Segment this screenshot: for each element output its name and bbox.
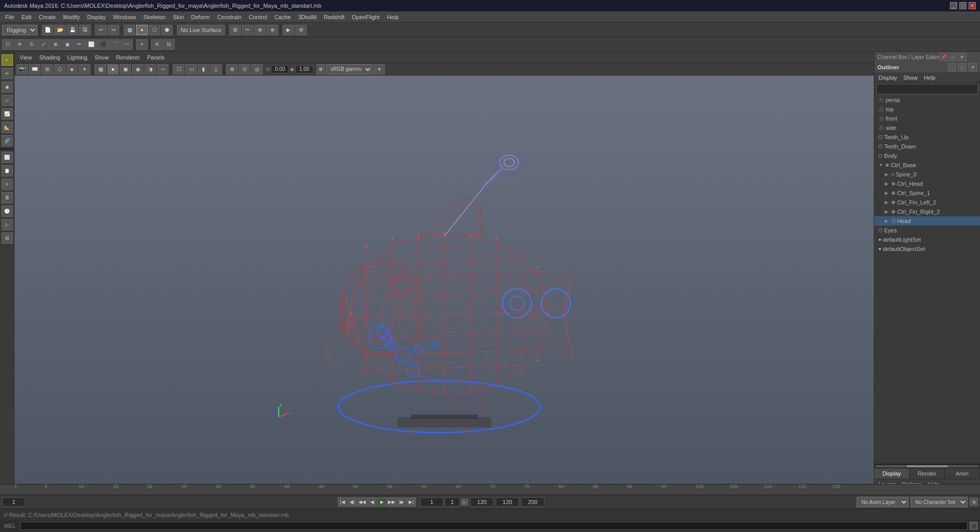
step-forward-button[interactable]: |▶ [397, 497, 406, 507]
menu-skin[interactable]: Skin [170, 13, 187, 21]
range-start-input[interactable] [420, 497, 443, 507]
sine-button[interactable]: 〰 [121, 39, 133, 50]
menu-3dtoall[interactable]: 3DtoAll [295, 13, 319, 21]
outliner-item-default-light-set[interactable]: ● defaultLightSet [874, 235, 980, 244]
outliner-item-ctrl-base[interactable]: ▼ ⊕ Ctrl_Base [874, 160, 980, 170]
menu-create[interactable]: Create [36, 13, 59, 21]
vp-grid-button[interactable]: ⊞ [41, 64, 53, 75]
vp-menu-renderer[interactable]: Renderer [113, 53, 143, 62]
menu-modify[interactable]: Modify [60, 13, 83, 21]
sculpt-button[interactable]: ◉ [2, 81, 13, 93]
anim-prefs-button[interactable]: ⚙ [970, 498, 978, 506]
vp-motion-blur-button[interactable]: ⊸ [157, 64, 168, 75]
viewport-canvas[interactable]: x y z persp Symmetry: Off Soft Select: O… [15, 76, 874, 521]
menu-windows[interactable]: Windows [110, 13, 139, 21]
measure-button[interactable]: 📐 [2, 122, 13, 133]
outliner-item-body[interactable]: ⬡ Body [874, 151, 980, 160]
gamma-input[interactable] [295, 65, 313, 73]
save-scene-as-button[interactable]: 🖫 [79, 25, 91, 35]
playback-end-input[interactable] [496, 497, 519, 507]
cross-icon-button[interactable]: ✕ [151, 39, 163, 50]
menu-control[interactable]: Control [246, 13, 270, 21]
select-by-hierarchy-button[interactable]: ▦ [124, 25, 135, 35]
menu-redshift[interactable]: Redshift [321, 13, 348, 21]
shape-button[interactable]: ▱ [2, 95, 13, 106]
vp-resolution-button[interactable]: ▮ [198, 64, 209, 75]
history-button[interactable]: 🕐 [2, 205, 13, 217]
menu-file[interactable]: File [2, 13, 18, 21]
menu-constrain[interactable]: Constrain [214, 13, 244, 21]
range-end-frame-input[interactable] [470, 497, 494, 507]
quad-layout-button[interactable]: ⊞ [2, 232, 13, 244]
vp-wireframe-button[interactable]: ⬡ [54, 64, 65, 75]
outliner-item-persp[interactable]: 🎥 persp [874, 95, 980, 105]
outliner-scrollbar[interactable] [874, 464, 980, 468]
outliner-item-front[interactable]: 🎥 front [874, 114, 980, 123]
outliner-item-teeth-up[interactable]: ⬡ Teeth_Up [874, 132, 980, 142]
snap-curve-button[interactable]: 〜 [242, 25, 253, 35]
anim-layer-dropdown[interactable]: No Anim Layer [857, 497, 909, 507]
next-key-button[interactable]: ▶▶ [387, 497, 396, 507]
menu-openflight[interactable]: OpenFlight [349, 13, 383, 21]
outliner-item-ctrl-fin-left-2[interactable]: ▶ ⊕ Ctrl_Fin_Left_2 [874, 198, 980, 207]
current-frame-input[interactable] [2, 497, 25, 507]
channel-box-expand-button[interactable]: □ [949, 53, 957, 61]
vp-filmgate-button[interactable]: ▭ [185, 64, 197, 75]
prev-key-button[interactable]: ◀◀ [357, 497, 367, 507]
vp-shaded-button[interactable]: ● [107, 64, 119, 75]
snap-grid-button[interactable]: ⊞ [229, 25, 241, 35]
select-tool-button[interactable]: ⬡ [2, 39, 13, 50]
menu-deform[interactable]: Deform [188, 13, 213, 21]
skip-to-start-button[interactable]: |◀ [338, 497, 347, 507]
outliner-item-top[interactable]: 🎥 top [874, 105, 980, 114]
render-settings-button[interactable]: ⚙ [295, 25, 307, 35]
snap-together-button[interactable]: ⊟ [163, 39, 175, 50]
outliner-close-button[interactable]: ✕ [969, 63, 977, 71]
tab-display[interactable]: Display [874, 468, 910, 479]
script-button[interactable]: ▷ [2, 219, 13, 230]
render-region-button[interactable]: ⬜ [2, 152, 13, 163]
step-back-button[interactable]: ◀| [348, 497, 357, 507]
viewport[interactable]: View Shading Lighting Show Renderer Pane… [15, 52, 874, 532]
move-tool-button[interactable]: ✛ [14, 39, 25, 50]
outliner-menu-display[interactable]: Display [876, 74, 899, 81]
outliner-item-side[interactable]: 🎥 side [874, 123, 980, 132]
vp-menu-show[interactable]: Show [92, 53, 112, 62]
menu-display[interactable]: Display [84, 13, 109, 21]
play-forward-button[interactable]: ▶ [377, 497, 386, 507]
menu-skeleton[interactable]: Skeleton [140, 13, 169, 21]
scale-tool-button[interactable]: ⤢ [38, 39, 49, 50]
maximize-button[interactable]: □ [959, 2, 967, 9]
vp-display-button[interactable]: ▦ [95, 64, 106, 75]
menu-edit[interactable]: Edit [19, 13, 35, 21]
bend-button[interactable]: ⌒ [109, 39, 121, 50]
outliner-menu-show[interactable]: Show [901, 74, 920, 81]
gamma-settings-button[interactable]: ▾ [373, 64, 385, 75]
vp-stereo-button[interactable]: ⊙ [239, 64, 250, 75]
outliner-item-eyes[interactable]: ⬡ Eyes [874, 226, 980, 235]
tab-anim[interactable]: Anim [945, 468, 980, 479]
render-button[interactable]: ▶ [283, 25, 294, 35]
total-end-input[interactable] [521, 497, 544, 507]
mel-input[interactable] [20, 522, 968, 530]
vp-quality-button[interactable]: ✦ [79, 64, 90, 75]
save-scene-button[interactable]: 💾 [67, 25, 78, 35]
vp-book-button[interactable]: 📖 [29, 64, 40, 75]
outliner-item-teeth-down[interactable]: ⬡ Teeth_Down [874, 142, 980, 151]
outliner-item-ctrl-head[interactable]: ▶ ⊕ Ctrl_Head [874, 179, 980, 188]
mode-dropdown[interactable]: Rigging [2, 25, 37, 35]
tab-render[interactable]: Render [910, 468, 945, 479]
vp-menu-panels[interactable]: Panels [144, 53, 168, 62]
outliner-item-ctrl-fin-right-2[interactable]: ▶ ⊕ Ctrl_Fin_Right_2 [874, 207, 980, 216]
outliner-maximize-button[interactable]: □ [958, 63, 967, 71]
paint-weights-button[interactable]: ✏ [74, 39, 85, 50]
vp-select-camera-button[interactable]: 📷 [17, 64, 28, 75]
gamma-color-button[interactable]: ⊕ [316, 64, 325, 75]
lattice-button[interactable]: ⬜ [85, 39, 97, 50]
vp-menu-view[interactable]: View [17, 53, 35, 62]
skip-to-end-button[interactable]: ▶| [407, 497, 416, 507]
exposure-input[interactable] [271, 65, 289, 73]
vp-menu-shading[interactable]: Shading [36, 53, 63, 62]
script-editor-button[interactable]: ⬛ [970, 522, 978, 530]
outliner-minimize-button[interactable]: _ [948, 63, 956, 71]
